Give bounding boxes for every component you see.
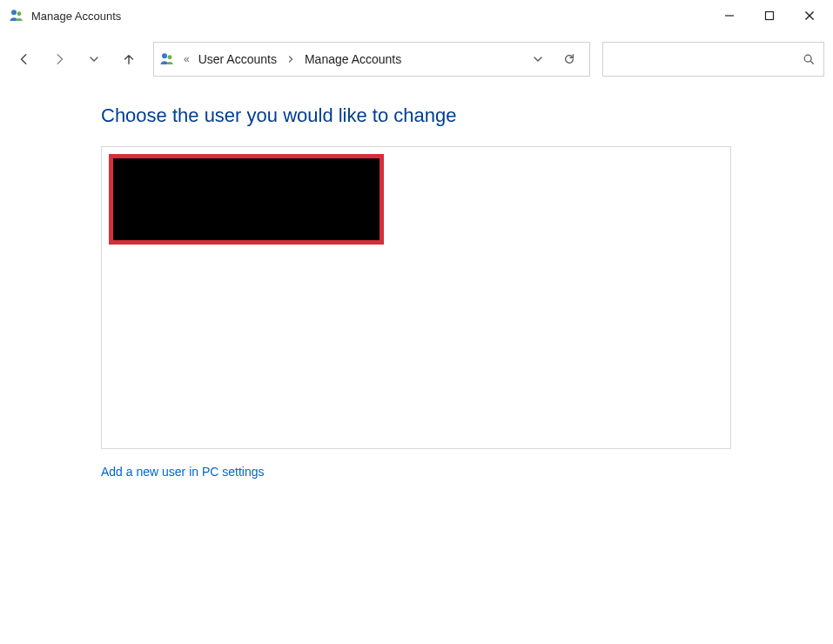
svg-point-0	[11, 10, 17, 15]
search-box[interactable]	[602, 42, 824, 77]
accounts-list	[101, 146, 731, 449]
svg-rect-3	[766, 12, 774, 20]
window-title: Manage Accounts	[31, 10, 121, 23]
close-button[interactable]	[789, 2, 830, 30]
maximize-button[interactable]	[749, 2, 789, 30]
window-controls	[709, 2, 830, 30]
add-user-link[interactable]: Add a new user in PC settings	[101, 465, 265, 479]
breadcrumb-user-accounts[interactable]: User Accounts	[197, 50, 279, 68]
titlebar: Manage Accounts	[0, 0, 833, 31]
chevron-right-icon[interactable]	[282, 53, 299, 65]
up-button[interactable]	[113, 44, 144, 75]
forward-button[interactable]	[44, 44, 75, 75]
page-heading: Choose the user you would like to change	[101, 104, 833, 127]
account-tile[interactable]	[109, 154, 384, 245]
minimize-button[interactable]	[709, 2, 749, 30]
user-accounts-icon	[9, 8, 24, 23]
search-input[interactable]	[603, 43, 823, 76]
control-panel-icon	[159, 51, 175, 67]
svg-line-9	[810, 61, 813, 64]
address-bar[interactable]: « User Accounts Manage Accounts	[153, 42, 590, 77]
recent-locations-button[interactable]	[78, 44, 110, 75]
svg-point-7	[168, 55, 172, 59]
back-button[interactable]	[9, 44, 40, 75]
address-dropdown-button[interactable]	[523, 44, 553, 74]
refresh-button[interactable]	[554, 44, 584, 74]
navigation-row: « User Accounts Manage Accounts	[0, 40, 833, 78]
search-icon[interactable]	[803, 53, 815, 65]
svg-point-1	[17, 11, 22, 16]
content-area: Choose the user you would like to change…	[0, 78, 833, 480]
breadcrumb-manage-accounts[interactable]: Manage Accounts	[303, 50, 403, 68]
breadcrumb-overflow-icon[interactable]: «	[180, 53, 193, 65]
svg-point-6	[162, 53, 167, 58]
